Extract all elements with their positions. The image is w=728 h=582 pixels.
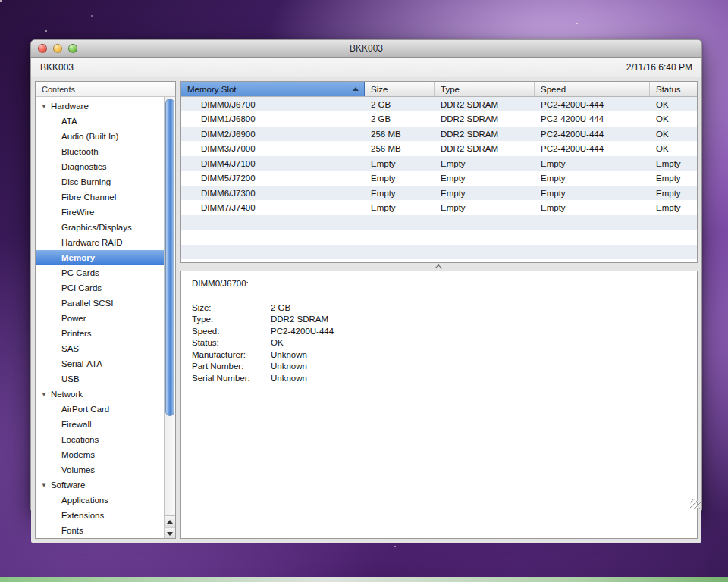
detail-field: Status:OK (192, 337, 686, 349)
table-cell: Empty (365, 159, 435, 168)
sidebar-section-software[interactable]: ▼Software (36, 477, 175, 493)
sidebar-list: ▼HardwareATAAudio (Built In)BluetoothDia… (36, 97, 175, 538)
detail-pane: DIMM0/J6700: Size:2 GBType:DDR2 SDRAMSpe… (180, 271, 698, 539)
table-cell: Empty (365, 174, 435, 183)
table-row[interactable]: DIMM3/J7000256 MBDDR2 SDRAMPC2-4200U-444… (181, 142, 697, 157)
table-body: DIMM0/J67002 GBDDR2 SDRAMPC2-4200U-444OK… (181, 97, 697, 262)
sidebar-item-disc-burning[interactable]: Disc Burning (36, 174, 175, 189)
column-header-size[interactable]: Size (365, 82, 435, 96)
column-header-status[interactable]: Status (650, 82, 697, 96)
disclosure-triangle-icon[interactable]: ▼ (41, 481, 47, 488)
sidebar-item-label: Firewall (61, 420, 92, 429)
detail-field-label: Speed: (192, 327, 271, 336)
sidebar-item-applications[interactable]: Applications (36, 493, 175, 508)
sidebar-scrollbar[interactable] (164, 97, 175, 538)
resize-grip[interactable] (690, 499, 701, 509)
sidebar-item-memory[interactable]: Memory (36, 250, 175, 265)
table-cell: Empty (435, 159, 535, 168)
table-cell: DIMM7/J7400 (181, 203, 365, 212)
sidebar-item-label: USB (61, 374, 80, 383)
table-cell: DIMM5/J7200 (181, 174, 365, 183)
detail-field: Part Number:Unknown (192, 361, 686, 373)
sidebar-item-ata[interactable]: ATA (36, 114, 175, 129)
sidebar-item-label: Fonts (61, 526, 83, 535)
disclosure-triangle-icon[interactable]: ▼ (41, 102, 47, 109)
sidebar-item-firewall[interactable]: Firewall (36, 417, 175, 432)
table-cell: Empty (365, 189, 435, 198)
column-header-type[interactable]: Type (435, 82, 535, 96)
sidebar-item-label: Bluetooth (61, 147, 99, 156)
table-cell: Empty (650, 203, 697, 212)
scroll-down-button[interactable] (165, 527, 175, 539)
pane-divider[interactable] (180, 263, 698, 271)
sidebar-item-fonts[interactable]: Fonts (36, 523, 175, 538)
sidebar-item-extensions[interactable]: Extensions (36, 508, 175, 523)
sidebar-item-printers[interactable]: Printers (36, 326, 175, 341)
sidebar-item-volumes[interactable]: Volumes (36, 462, 175, 477)
table-cell: DIMM4/J7100 (181, 159, 365, 168)
table-row[interactable]: DIMM7/J7400EmptyEmptyEmptyEmpty (181, 201, 697, 216)
column-header-memory-slot[interactable]: Memory Slot (181, 82, 365, 96)
sidebar-item-firewire[interactable]: FireWire (36, 205, 175, 220)
detail-field-value: Unknown (271, 350, 686, 359)
sidebar-item-label: Parallel SCSI (61, 299, 113, 308)
table-row[interactable]: DIMM5/J7200EmptyEmptyEmptyEmpty (181, 171, 697, 186)
table-row[interactable]: DIMM1/J68002 GBDDR2 SDRAMPC2-4200U-444OK (181, 112, 697, 127)
sidebar-item-audio-built-in[interactable]: Audio (Built In) (36, 129, 175, 144)
zoom-button[interactable] (68, 44, 77, 53)
report-timestamp: 2/11/16 6:40 PM (626, 62, 692, 73)
detail-fields: Size:2 GBType:DDR2 SDRAMSpeed:PC2-4200U-… (192, 302, 686, 384)
sidebar-item-diagnostics[interactable]: Diagnostics (36, 159, 175, 174)
sidebar-header: Contents (36, 82, 175, 97)
table-row[interactable]: DIMM0/J67002 GBDDR2 SDRAMPC2-4200U-444OK (181, 97, 697, 112)
table-cell: OK (650, 114, 697, 124)
minimize-button[interactable] (53, 44, 62, 53)
column-header-label: Type (441, 85, 460, 94)
sidebar-item-graphics-displays[interactable]: Graphics/Displays (36, 220, 175, 235)
sidebar-item-label: Disc Burning (61, 177, 111, 186)
table-cell: DDR2 SDRAM (435, 144, 535, 153)
sidebar-item-label: AirPort Card (61, 405, 109, 414)
table-cell: DDR2 SDRAM (435, 130, 535, 139)
sidebar-item-locations[interactable]: Locations (36, 432, 175, 447)
table-row[interactable]: DIMM4/J7100EmptyEmptyEmptyEmpty (181, 156, 697, 171)
sidebar-item-label: Modems (61, 450, 95, 459)
sidebar-item-label: SAS (61, 344, 79, 353)
sidebar-item-power[interactable]: Power (36, 311, 175, 326)
table-cell: OK (650, 100, 697, 109)
column-header-speed[interactable]: Speed (535, 82, 650, 96)
sidebar-section-hardware[interactable]: ▼Hardware (36, 99, 175, 114)
sidebar-item-serial-ata[interactable]: Serial-ATA (36, 356, 175, 371)
sidebar-item-label: PC Cards (61, 268, 99, 277)
sidebar-item-label: Serial-ATA (61, 359, 102, 368)
sidebar-item-parallel-scsi[interactable]: Parallel SCSI (36, 296, 175, 311)
scroll-up-button[interactable] (165, 516, 175, 527)
table-cell: Empty (365, 203, 435, 212)
window-titlebar[interactable]: BKK003 (31, 40, 701, 58)
column-header-label: Speed (541, 85, 566, 94)
table-cell: Empty (650, 189, 697, 198)
sidebar-section-network[interactable]: ▼Network (36, 386, 175, 402)
sidebar-item-label: Hardware RAID (61, 238, 123, 247)
sidebar-item-usb[interactable]: USB (36, 371, 175, 386)
close-button[interactable] (38, 44, 47, 53)
sidebar-item-hardware-raid[interactable]: Hardware RAID (36, 235, 175, 250)
sidebar-item-pci-cards[interactable]: PCI Cards (36, 280, 175, 296)
sidebar-item-sas[interactable]: SAS (36, 341, 175, 356)
table-cell: PC2-4200U-444 (535, 130, 650, 139)
detail-field: Manufacturer:Unknown (192, 349, 686, 361)
sidebar-item-pc-cards[interactable]: PC Cards (36, 265, 175, 280)
window-content: Contents ▼HardwareATAAudio (Built In)Blu… (31, 77, 701, 543)
scrollbar-thumb[interactable] (165, 99, 174, 416)
table-row[interactable]: DIMM2/J6900256 MBDDR2 SDRAMPC2-4200U-444… (181, 127, 697, 142)
detail-field: Type:DDR2 SDRAM (192, 314, 686, 326)
sidebar-item-fibre-channel[interactable]: Fibre Channel (36, 189, 175, 205)
sidebar-item-bluetooth[interactable]: Bluetooth (36, 144, 175, 159)
detail-field-label: Status: (192, 338, 271, 347)
table-row[interactable]: DIMM6/J7300EmptyEmptyEmptyEmpty (181, 186, 697, 201)
sidebar-item-modems[interactable]: Modems (36, 447, 175, 462)
table-cell: Empty (535, 159, 650, 168)
disclosure-triangle-icon[interactable]: ▼ (41, 390, 47, 397)
detail-field: Serial Number:Unknown (192, 372, 686, 384)
sidebar-item-airport-card[interactable]: AirPort Card (36, 402, 175, 417)
